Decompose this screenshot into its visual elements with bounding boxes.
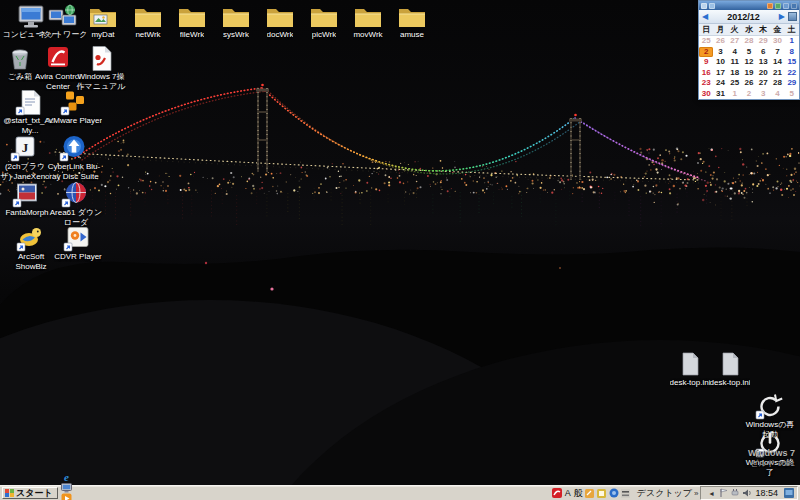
desktop-icon-label: desk-top.ini — [670, 378, 711, 388]
ime-tools-icon[interactable] — [585, 488, 595, 498]
start-button[interactable]: スタート — [2, 487, 58, 499]
desktop-icon-label: sysWrk — [223, 30, 249, 40]
calendar-prev-button[interactable]: ◀ — [699, 10, 711, 23]
calendar-date: 28 — [742, 36, 756, 47]
folder-icon — [176, 2, 208, 30]
desktop-icon-folder-3[interactable]: netWrk — [126, 2, 170, 40]
desktop-icon-label: CDVR Player — [54, 252, 102, 262]
show-desktop-edge-icon[interactable] — [784, 488, 794, 498]
desktop-icon-label: amuse — [400, 30, 424, 40]
showbiz-icon — [15, 224, 47, 252]
desktop-icon-cdvr-20[interactable]: CDVR Player — [52, 224, 104, 262]
calendar-date: 20 — [756, 68, 770, 79]
calendar-date: 1 — [785, 36, 799, 47]
show-desktop-icon[interactable] — [61, 482, 72, 493]
system-tray: ◂ 18:54 — [700, 486, 798, 500]
desktop-icon-jane-15[interactable]: J(2chブラウザ) JaneXeno — [0, 134, 50, 181]
calendar-date: 27 — [756, 78, 770, 89]
calendar-date: 15 — [785, 57, 799, 68]
desktop-icon-folder-5[interactable]: sysWrk — [214, 2, 258, 40]
desktop-icon-label: ArcSoft ShowBiz — [4, 252, 58, 271]
cyberlink-icon — [58, 134, 90, 162]
desktop-icon-folder-7[interactable]: picWrk — [302, 2, 346, 40]
calendar-date: 11 — [728, 57, 742, 68]
calendar-date: 18 — [728, 68, 742, 79]
desktop-icon-area61-18[interactable]: Area61 ダウンローダ — [48, 180, 104, 227]
power-plug-icon[interactable] — [730, 488, 740, 498]
calendar-date: 30 — [770, 36, 784, 47]
ime-mode-indicator[interactable]: A — [565, 488, 571, 498]
ime-help-icon[interactable] — [609, 488, 619, 498]
calendar-date: 19 — [742, 68, 756, 79]
gadget-settings-icon[interactable] — [767, 3, 773, 9]
caps-kana-indicator-icon[interactable] — [621, 488, 631, 498]
inifile-icon — [674, 350, 706, 378]
watermark-build: ビルド 7601 — [748, 458, 795, 469]
desktop-icon-pdf-12[interactable]: Windows 7操作マニュアル — [76, 44, 126, 91]
calendar-date: 14 — [770, 57, 784, 68]
desktop-toolbar-label[interactable]: デスクトップ — [637, 487, 692, 500]
textfile-icon — [14, 88, 46, 116]
calendar-date: 26 — [742, 78, 756, 89]
pdf-icon — [85, 44, 117, 72]
desktop-icon-label: (2chブラウザ) JaneXeno — [0, 162, 50, 181]
calendar-date: 29 — [756, 36, 770, 47]
calendar-toolbar — [699, 1, 799, 10]
calendar-date: 5 — [742, 47, 756, 58]
gadget-window-icon[interactable] — [701, 3, 707, 9]
toolbar-chevron[interactable]: » — [694, 489, 698, 498]
avira-tray-icon[interactable] — [552, 488, 562, 498]
calendar-date: 21 — [770, 68, 784, 79]
media-player-icon[interactable] — [61, 493, 72, 500]
calendar-date: 25 — [728, 78, 742, 89]
internet-explorer-icon[interactable]: e — [61, 471, 72, 482]
hidden-icons-chevron[interactable]: ◂ — [706, 488, 716, 498]
calendar-day-header: 日 — [699, 24, 713, 35]
gadget-list-icon[interactable] — [709, 3, 715, 9]
desktop-icon-folder-6[interactable]: docWrk — [258, 2, 302, 40]
ime-pad-icon[interactable] — [597, 488, 607, 498]
desktop-icon-label: fileWrk — [180, 30, 204, 40]
folder-media-icon — [87, 2, 119, 30]
desktop-icon-showbiz-19[interactable]: ArcSoft ShowBiz — [4, 224, 58, 271]
desktop-icon-inifile-21[interactable]: desk-top.ini — [668, 350, 712, 388]
calendar-date: 5 — [785, 89, 799, 100]
calendar-next-button[interactable]: ▶ — [776, 10, 788, 23]
action-center-flag-icon[interactable] — [718, 488, 728, 498]
desktop-icon-label: FantaMorph — [5, 208, 48, 218]
desktop-icon-folder-8[interactable]: movWrk — [346, 2, 390, 40]
desktop-icon-cyberlink-16[interactable]: CyberLink Blu-ray Disc Suite — [45, 134, 103, 181]
desktop-icon-folder-9[interactable]: amuse — [390, 2, 434, 40]
calendar-date: 31 — [713, 89, 727, 100]
folder-icon — [352, 2, 384, 30]
desktop-icon-inifile-22[interactable]: desk-top.ini — [708, 350, 752, 388]
calendar-date: 3 — [756, 89, 770, 100]
calendar-date: 4 — [728, 47, 742, 58]
watermark-edition: Windows 7 — [748, 448, 795, 458]
restart-icon — [754, 392, 786, 420]
volume-icon[interactable] — [742, 488, 752, 498]
calendar-today-icon[interactable] — [788, 12, 797, 21]
gadget-minimize-icon[interactable] — [783, 3, 789, 9]
desktop-icon-label: myDat — [91, 30, 114, 40]
calendar-date: 7 — [770, 47, 784, 58]
ime-conversion-indicator[interactable]: 般 — [574, 487, 583, 500]
gadget-sync-icon[interactable] — [775, 3, 781, 9]
desktop-icon-mediathumb-17[interactable]: FantaMorph — [2, 180, 52, 218]
desktop-icon-vmware-14[interactable]: VMware Player — [47, 88, 103, 126]
network-icon — [47, 2, 79, 30]
desktop: コンピューターネットワークmyDatnetWrkfileWrksysWrkdoc… — [0, 0, 800, 486]
folder-icon — [220, 2, 252, 30]
calendar-date: 24 — [713, 78, 727, 89]
windows-version-watermark: Windows 7 ビルド 7601 — [748, 448, 795, 469]
quick-launch-bar: e — [58, 471, 72, 500]
desktop-icon-label: ごみ箱 — [8, 72, 32, 82]
folder-icon — [132, 2, 164, 30]
svg-text:J: J — [22, 140, 29, 155]
gadget-close-icon[interactable] — [791, 3, 797, 9]
desktop-icon-folder-media-2[interactable]: myDat — [81, 2, 125, 40]
desktop-icon-label: movWrk — [353, 30, 382, 40]
desktop-icon-folder-4[interactable]: fileWrk — [170, 2, 214, 40]
calendar-date: 30 — [699, 89, 713, 100]
taskbar-clock[interactable]: 18:54 — [755, 488, 778, 498]
